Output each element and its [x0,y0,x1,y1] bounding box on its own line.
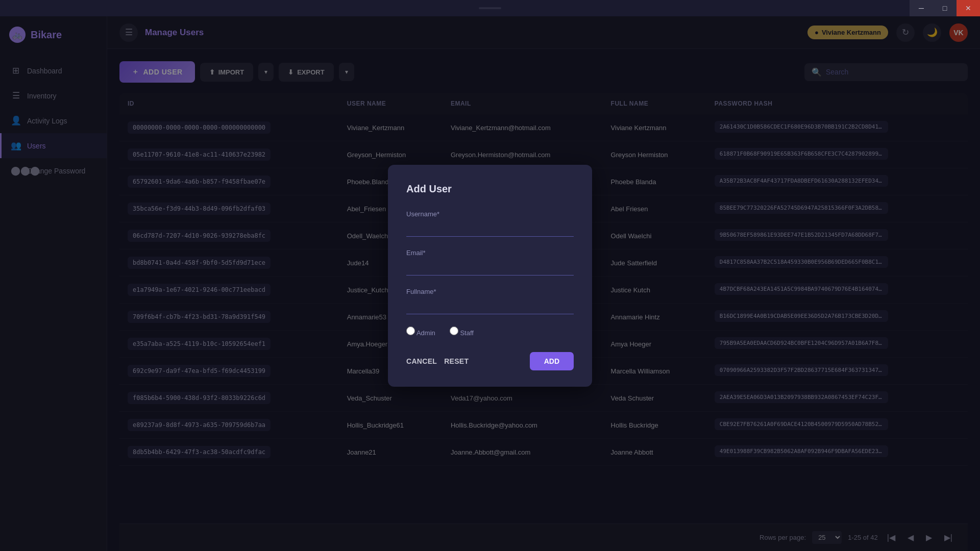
role-staff-text: Staff [460,329,474,337]
username-input[interactable] [406,221,574,237]
role-admin-label[interactable]: Admin [406,327,435,337]
reset-button[interactable]: RESET [444,353,469,369]
role-field: Admin Staff [406,327,574,340]
fullname-input[interactable] [406,298,574,314]
email-field: Email* [406,249,574,276]
close-button[interactable]: ✕ [957,0,980,16]
email-label: Email* [406,249,574,257]
modal-add-button[interactable]: ADD [530,352,574,370]
fullname-field: Fullname* [406,288,574,314]
window-chrome: ─ □ ✕ [910,0,980,16]
role-staff-label[interactable]: Staff [450,327,474,337]
role-staff-radio[interactable] [450,327,458,335]
modal-overlay: Add User Username* Email* Fullname* Admi… [0,0,980,551]
cancel-button[interactable]: CANCEL [406,353,437,369]
username-label: Username* [406,210,574,218]
add-user-modal: Add User Username* Email* Fullname* Admi… [388,165,592,387]
role-radio-group: Admin Staff [406,327,574,340]
modal-title: Add User [406,183,574,195]
username-field: Username* [406,210,574,237]
modal-actions: CANCEL RESET ADD [406,352,574,370]
titlebar-text [479,7,501,9]
role-admin-text: Admin [416,329,435,337]
maximize-button[interactable]: □ [933,0,957,16]
email-input[interactable] [406,260,574,276]
minimize-button[interactable]: ─ [910,0,933,16]
fullname-label: Fullname* [406,288,574,295]
role-admin-radio[interactable] [406,327,415,335]
titlebar [0,0,980,16]
